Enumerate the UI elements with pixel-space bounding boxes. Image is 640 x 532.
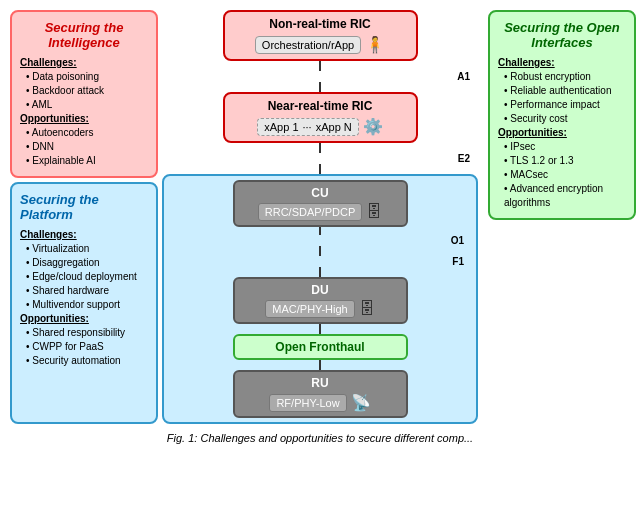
ru-title: RU	[243, 376, 398, 390]
list-item: Shared hardware	[26, 284, 148, 298]
list-item: Security cost	[504, 112, 626, 126]
list-item: Virtualization	[26, 242, 148, 256]
intel-challenges-list: Data poisoning Backdoor attack AML	[20, 70, 148, 112]
intelligence-text: Challenges: Data poisoning Backdoor atta…	[20, 56, 148, 168]
du-title: DU	[243, 283, 398, 297]
list-item: Backdoor attack	[26, 84, 148, 98]
list-item: CWPP for PaaS	[26, 340, 148, 354]
list-item: Multivendor support	[26, 298, 148, 312]
non-real-time-ric-inner: Orchestration/rApp	[255, 36, 361, 54]
f1-label: F1	[452, 256, 472, 267]
plat-opps-list: Shared responsibility CWPP for PaaS Secu…	[20, 326, 148, 368]
open-interfaces-panel: Securing the Open Interfaces Challenges:…	[488, 10, 636, 220]
list-item: Shared responsibility	[26, 326, 148, 340]
gear-icon: ⚙️	[363, 117, 383, 136]
open-interfaces-title: Securing the Open Interfaces	[498, 20, 626, 50]
a1-label: A1	[457, 71, 478, 82]
plat-challenges-title: Challenges:	[20, 229, 77, 240]
cu-inner: RRC/SDAP/PDCP	[258, 203, 362, 221]
xapp1-label: xApp 1	[264, 121, 298, 133]
list-item: AML	[26, 98, 148, 112]
figure-caption: Fig. 1: Challenges and opportunities to …	[10, 432, 630, 444]
platform-panel: Securing the Platform Challenges: Virtua…	[10, 182, 158, 424]
non-real-time-ric-title: Non-real-time RIC	[233, 17, 408, 31]
plat-challenges-list: Virtualization Disaggregation Edge/cloud…	[20, 242, 148, 312]
list-item: IPsec	[504, 140, 626, 154]
o1-label: O1	[451, 235, 472, 246]
dots: ···	[303, 121, 312, 133]
du-inner: MAC/PHY-High	[265, 300, 354, 318]
list-item: Reliable authentication	[504, 84, 626, 98]
oi-challenges-title: Challenges:	[498, 57, 555, 68]
list-item: Data poisoning	[26, 70, 148, 84]
non-real-time-ric-section: Non-real-time RIC Orchestration/rApp 🧍 A…	[162, 10, 478, 92]
near-real-time-ric-box: Near-real-time RIC xApp 1 ··· xApp N ⚙️	[223, 92, 418, 143]
ru-section: RU RF/PHY-Low 📡	[168, 370, 472, 418]
intelligence-panel: Securing the Intelligence Challenges: Da…	[10, 10, 158, 178]
intelligence-title: Securing the Intelligence	[20, 20, 148, 50]
list-item: DNN	[26, 140, 148, 154]
du-section: DU MAC/PHY-High 🗄	[168, 277, 472, 334]
connector-line	[319, 360, 321, 370]
connector-line	[319, 267, 321, 277]
database2-icon: 🗄	[359, 300, 375, 318]
ru-inner: RF/PHY-Low	[269, 394, 346, 412]
du-box: DU MAC/PHY-High 🗄	[233, 277, 408, 324]
intel-challenges-title: Challenges:	[20, 57, 77, 68]
left-column: Securing the Intelligence Challenges: Da…	[10, 10, 158, 424]
list-item: Performance impact	[504, 98, 626, 112]
oi-opps-title: Opportunities:	[498, 127, 567, 138]
cu-box: CU RRC/SDAP/PDCP 🗄	[233, 180, 408, 227]
center-column: Non-real-time RIC Orchestration/rApp 🧍 A…	[162, 10, 478, 424]
connector-line	[319, 143, 321, 153]
oi-challenges-list: Robust encryption Reliable authenticatio…	[498, 70, 626, 126]
e2-label: E2	[458, 153, 478, 164]
fronthaul-box: Open Fronthaul	[233, 334, 408, 360]
antenna-icon: 📡	[351, 393, 371, 412]
list-item: Robust encryption	[504, 70, 626, 84]
connector-line	[319, 324, 321, 334]
fronthaul-section: Open Fronthaul	[168, 334, 472, 370]
database-icon: 🗄	[366, 203, 382, 221]
list-item: Autoencoders	[26, 126, 148, 140]
list-item: Advanced encryption algorithms	[504, 182, 626, 210]
list-item: TLS 1.2 or 1.3	[504, 154, 626, 168]
cu-title: CU	[243, 186, 398, 200]
list-item: MACsec	[504, 168, 626, 182]
platform-nodes-section: CU RRC/SDAP/PDCP 🗄 O1 F1	[162, 174, 478, 424]
ru-box: RU RF/PHY-Low 📡	[233, 370, 408, 418]
platform-title: Securing the Platform	[20, 192, 148, 222]
diagram-container: Securing the Intelligence Challenges: Da…	[10, 10, 630, 444]
cu-section: CU RRC/SDAP/PDCP 🗄 O1 F1	[168, 180, 472, 277]
list-item: Explainable AI	[26, 154, 148, 168]
list-item: Security automation	[26, 354, 148, 368]
right-column: Securing the Open Interfaces Challenges:…	[482, 10, 630, 424]
list-item: Edge/cloud deployment	[26, 270, 148, 284]
intel-opps-list: Autoencoders DNN Explainable AI	[20, 126, 148, 168]
diagram: Securing the Intelligence Challenges: Da…	[10, 10, 630, 424]
intel-opps-title: Opportunities:	[20, 113, 89, 124]
xappn-label: xApp N	[316, 121, 352, 133]
platform-text: Challenges: Virtualization Disaggregatio…	[20, 228, 148, 368]
connector-line	[319, 164, 321, 174]
open-interfaces-text: Challenges: Robust encryption Reliable a…	[498, 56, 626, 210]
connector-line	[319, 61, 321, 71]
connector-line	[319, 246, 321, 256]
person-icon: 🧍	[365, 35, 385, 54]
oi-opps-list: IPsec TLS 1.2 or 1.3 MACsec Advanced enc…	[498, 140, 626, 210]
plat-opps-title: Opportunities:	[20, 313, 89, 324]
near-real-time-ric-title: Near-real-time RIC	[233, 99, 408, 113]
non-real-time-ric-box: Non-real-time RIC Orchestration/rApp 🧍	[223, 10, 418, 61]
list-item: Disaggregation	[26, 256, 148, 270]
connector-line	[319, 227, 321, 235]
connector-line	[319, 82, 321, 92]
near-real-time-ric-inner: xApp 1 ··· xApp N	[257, 118, 359, 136]
near-real-time-ric-section: Near-real-time RIC xApp 1 ··· xApp N ⚙️ …	[162, 92, 478, 174]
